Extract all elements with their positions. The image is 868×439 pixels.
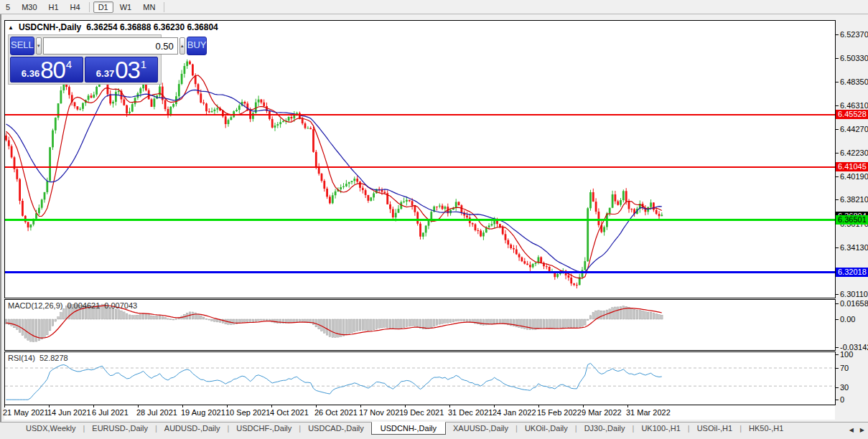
date-axis-label: 31 Dec 2021: [448, 408, 493, 417]
tab-dj30-daily[interactable]: DJ30-,Daily: [577, 423, 633, 435]
date-tick-mark: [627, 405, 628, 407]
ask-prefix: 6.37: [96, 68, 114, 79]
bid-big-digits: 80: [40, 58, 65, 82]
date-axis-label: 4 Oct 2021: [270, 408, 309, 417]
date-axis-label: 19 Aug 2021: [181, 408, 225, 417]
axis-tick-mark: [836, 58, 839, 59]
buy-button[interactable]: BUY: [187, 37, 207, 55]
rsi-chart[interactable]: [5, 352, 835, 405]
timeframe-button-h4[interactable]: H4: [65, 1, 85, 13]
rsi-axis-label: 30: [836, 383, 849, 392]
axis-tick-mark: [836, 319, 839, 320]
chart-tab-bar: USDX,Weekly|EURUSD-,Daily|AUDUSD-,Daily|…: [0, 422, 868, 439]
tab-scroll-left-icon[interactable]: ◀: [849, 427, 854, 433]
price-axis-label: 6.52370: [836, 30, 868, 39]
price-axis: 6.523706.503306.483506.463106.442706.422…: [836, 20, 868, 405]
tab-usdchf-daily[interactable]: USDCHF-,Daily: [229, 423, 299, 435]
date-axis-label: 6 Jul 2021: [92, 408, 129, 417]
price-axis-label: 6.38210: [836, 195, 868, 204]
chevron-up-icon: ▲: [180, 44, 185, 48]
date-axis-label: 10 Sep 2021: [225, 408, 270, 417]
date-axis-label: 28 Jul 2021: [136, 408, 177, 417]
price-axis-label: 6.40190: [836, 172, 868, 181]
volume-up-button[interactable]: ▲: [179, 37, 185, 55]
tab-audusd-daily[interactable]: AUDUSD-,Daily: [157, 423, 228, 435]
tab-usdcnh-daily[interactable]: USDCNH-,Daily: [371, 422, 446, 435]
macd-axis-label: 0.00: [836, 315, 855, 324]
tab-eurusd-daily[interactable]: EURUSD-,Daily: [85, 423, 155, 435]
tab-list: USDX,Weekly|EURUSD-,Daily|AUDUSD-,Daily|…: [19, 423, 790, 435]
price-badge-green: 6.36501: [836, 215, 868, 225]
tab-ukoil-daily[interactable]: UKOil-,Daily: [518, 423, 575, 435]
axis-tick-mark: [836, 176, 839, 177]
date-axis-label: 26 Oct 2021: [314, 408, 358, 417]
price-axis-label: 6.42230: [836, 148, 868, 158]
rsi-label: RSI(14)52.8278: [8, 354, 73, 362]
date-axis: 21 May 202114 Jun 20216 Jul 202128 Jul 2…: [4, 405, 835, 420]
toolbar-separator: [164, 2, 164, 12]
axis-tick-mark: [836, 303, 839, 304]
rsi-axis-label: 100: [836, 350, 853, 359]
timeframe-toolbar: 5M30H1H4D1W1MN: [0, 0, 868, 14]
date-axis-label: 24 Jan 2022: [493, 408, 536, 417]
price-axis-label: 6.46310: [836, 101, 868, 110]
axis-tick-mark: [836, 247, 839, 248]
price-axis-label: 6.44270: [836, 125, 868, 134]
macd-axis-label: 0.016586: [836, 299, 868, 308]
sell-button[interactable]: SELL: [10, 37, 34, 55]
chart-ohlc-values: 6.36254 6.36888 6.36230 6.36804: [86, 22, 218, 32]
timeframe-button-d1[interactable]: D1: [93, 1, 113, 13]
date-axis-label: 31 Mar 2022: [626, 408, 671, 417]
collapse-icon[interactable]: ▲: [8, 24, 14, 31]
rsi-name: RSI(14): [8, 354, 35, 362]
rsi-pane[interactable]: RSI(14)52.8278: [4, 351, 836, 405]
axis-tick-mark: [836, 153, 839, 154]
date-axis-label: 15 Feb 2022: [537, 408, 582, 417]
date-axis-label: 17 Nov 2021: [359, 408, 403, 417]
date-tick-mark: [494, 405, 495, 407]
bid-quote[interactable]: 6.36 80 4: [10, 57, 83, 82]
price-badge-red: 6.41045: [836, 162, 868, 171]
timeframe-button-m30[interactable]: M30: [17, 1, 42, 13]
tab-hk50-h1[interactable]: HK50-,H1: [742, 423, 790, 435]
date-tick-mark: [316, 405, 317, 407]
tab-xauusd-daily[interactable]: XAUUSD-,Daily: [446, 423, 515, 435]
macd-pane[interactable]: MACD(12,26,9)0.0046210.007043: [4, 299, 836, 351]
axis-tick-mark: [836, 34, 839, 35]
date-axis-label: 9 Dec 2021: [403, 408, 444, 417]
tab-uk100-h1[interactable]: UK100-,H1: [634, 423, 687, 435]
volume-input[interactable]: [43, 37, 178, 55]
date-tick-mark: [182, 405, 183, 407]
date-tick-mark: [449, 405, 450, 407]
date-tick-mark: [583, 405, 584, 407]
timeframe-button-w1[interactable]: W1: [115, 1, 137, 13]
price-axis-label: 6.50330: [836, 54, 868, 63]
axis-tick-mark: [836, 129, 839, 130]
main-chart-pane[interactable]: ▲ USDCNH-,Daily 6.36254 6.36888 6.36230 …: [4, 20, 836, 298]
one-click-trade-panel: SELL ▼ ▲ BUY 6.36 80 4 6.37 03 1: [8, 34, 162, 85]
axis-tick-mark: [836, 400, 839, 400]
date-tick-mark: [138, 405, 139, 407]
chart-header: ▲ USDCNH-,Daily 6.36254 6.36888 6.36230 …: [8, 22, 218, 32]
bid-pip-digit: 4: [66, 59, 72, 70]
price-axis-label: 6.30110: [836, 290, 868, 299]
axis-tick-mark: [836, 105, 839, 106]
tab-usoil-h1[interactable]: USOil-,H1: [690, 423, 740, 435]
axis-tick-mark: [836, 82, 839, 82]
ask-quote[interactable]: 6.37 03 1: [85, 57, 158, 82]
date-axis-label: 21 May 2021: [3, 408, 49, 417]
tab-usdx-weekly[interactable]: USDX,Weekly: [19, 423, 83, 435]
tab-scroll-right-icon[interactable]: ▶: [860, 427, 864, 433]
timeframe-button-mn[interactable]: MN: [138, 1, 160, 13]
rsi-axis-label: 0: [836, 395, 844, 405]
volume-down-button[interactable]: ▼: [36, 37, 42, 55]
timeframe-button-h1[interactable]: H1: [44, 1, 64, 13]
tab-usdcad-daily[interactable]: USDCAD-,Daily: [301, 423, 371, 435]
price-axis-label: 6.34130: [836, 243, 868, 252]
date-axis-label: 14 Jun 2021: [47, 408, 91, 417]
timeframe-button-5[interactable]: 5: [1, 1, 15, 13]
trading-terminal: 5M30H1H4D1W1MN ▲ USDCNH-,Daily 6.36254 6…: [0, 0, 868, 439]
ask-pip-digit: 1: [141, 59, 146, 70]
rsi-axis-label: 70: [836, 364, 849, 373]
date-tick-mark: [93, 405, 94, 407]
